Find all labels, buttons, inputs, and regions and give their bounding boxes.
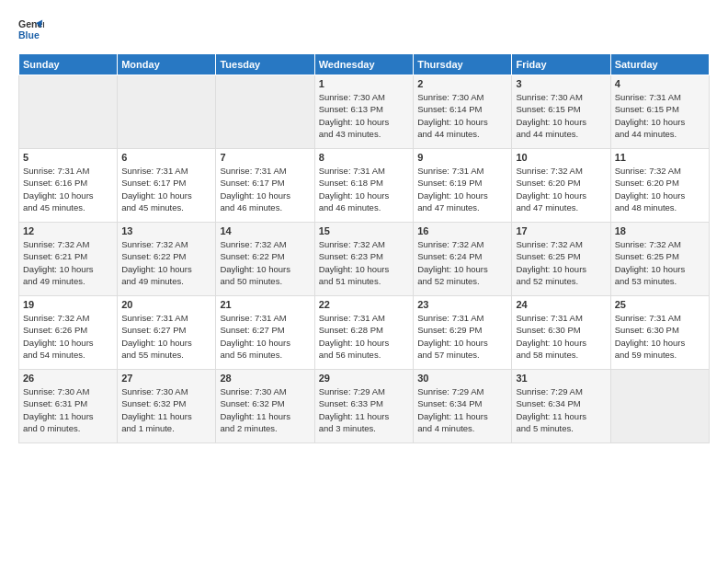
logo-icon: General Blue	[18, 17, 44, 42]
calendar-cell	[216, 75, 314, 149]
day-info: Sunrise: 7:31 AM Sunset: 6:19 PM Dayligh…	[417, 165, 507, 213]
day-info: Sunrise: 7:31 AM Sunset: 6:18 PM Dayligh…	[319, 165, 409, 213]
calendar-week-row: 26Sunrise: 7:30 AM Sunset: 6:31 PM Dayli…	[19, 370, 710, 443]
calendar-cell: 26Sunrise: 7:30 AM Sunset: 6:31 PM Dayli…	[19, 370, 118, 443]
calendar-cell: 11Sunrise: 7:32 AM Sunset: 6:20 PM Dayli…	[610, 149, 709, 223]
day-info: Sunrise: 7:31 AM Sunset: 6:15 PM Dayligh…	[615, 91, 705, 140]
day-number: 23	[417, 299, 507, 310]
calendar-cell	[19, 75, 118, 149]
day-number: 14	[220, 225, 310, 236]
day-info: Sunrise: 7:29 AM Sunset: 6:33 PM Dayligh…	[319, 385, 409, 434]
day-info: Sunrise: 7:30 AM Sunset: 6:15 PM Dayligh…	[516, 91, 606, 140]
calendar-cell: 25Sunrise: 7:31 AM Sunset: 6:30 PM Dayli…	[610, 296, 709, 370]
day-number: 29	[319, 373, 409, 384]
day-number: 12	[23, 225, 113, 236]
day-info: Sunrise: 7:31 AM Sunset: 6:30 PM Dayligh…	[615, 312, 705, 361]
calendar-cell: 22Sunrise: 7:31 AM Sunset: 6:28 PM Dayli…	[314, 296, 413, 370]
calendar-cell: 23Sunrise: 7:31 AM Sunset: 6:29 PM Dayli…	[414, 296, 512, 370]
day-number: 6	[121, 152, 211, 163]
day-info: Sunrise: 7:31 AM Sunset: 6:17 PM Dayligh…	[121, 165, 211, 213]
day-info: Sunrise: 7:30 AM Sunset: 6:31 PM Dayligh…	[23, 385, 113, 434]
day-number: 17	[516, 225, 606, 236]
weekday-header-monday: Monday	[118, 54, 216, 75]
day-number: 1	[319, 78, 409, 89]
day-number: 8	[319, 152, 409, 163]
weekday-header-saturday: Saturday	[610, 54, 709, 75]
day-number: 28	[220, 373, 310, 384]
day-number: 22	[319, 299, 409, 310]
weekday-header-sunday: Sunday	[19, 54, 118, 75]
day-number: 10	[516, 152, 606, 163]
day-number: 5	[23, 152, 113, 163]
day-number: 24	[516, 299, 606, 310]
calendar-cell: 20Sunrise: 7:31 AM Sunset: 6:27 PM Dayli…	[118, 296, 216, 370]
day-number: 4	[615, 78, 705, 89]
calendar-cell: 12Sunrise: 7:32 AM Sunset: 6:21 PM Dayli…	[19, 223, 118, 296]
day-info: Sunrise: 7:30 AM Sunset: 6:14 PM Dayligh…	[417, 91, 507, 140]
calendar-cell: 7Sunrise: 7:31 AM Sunset: 6:17 PM Daylig…	[216, 149, 314, 223]
day-number: 21	[220, 299, 310, 310]
day-number: 18	[615, 225, 705, 236]
day-info: Sunrise: 7:32 AM Sunset: 6:22 PM Dayligh…	[220, 238, 310, 287]
day-info: Sunrise: 7:31 AM Sunset: 6:27 PM Dayligh…	[220, 312, 310, 361]
calendar-cell: 15Sunrise: 7:32 AM Sunset: 6:23 PM Dayli…	[314, 223, 413, 296]
day-info: Sunrise: 7:32 AM Sunset: 6:21 PM Dayligh…	[23, 238, 113, 287]
calendar-cell: 24Sunrise: 7:31 AM Sunset: 6:30 PM Dayli…	[512, 296, 610, 370]
calendar-cell: 9Sunrise: 7:31 AM Sunset: 6:19 PM Daylig…	[414, 149, 512, 223]
calendar-week-row: 1Sunrise: 7:30 AM Sunset: 6:13 PM Daylig…	[19, 75, 710, 149]
day-info: Sunrise: 7:31 AM Sunset: 6:27 PM Dayligh…	[121, 312, 211, 361]
calendar-week-row: 5Sunrise: 7:31 AM Sunset: 6:16 PM Daylig…	[19, 149, 710, 223]
calendar-cell: 17Sunrise: 7:32 AM Sunset: 6:25 PM Dayli…	[512, 223, 610, 296]
day-info: Sunrise: 7:30 AM Sunset: 6:32 PM Dayligh…	[220, 385, 310, 434]
day-info: Sunrise: 7:30 AM Sunset: 6:13 PM Dayligh…	[319, 91, 409, 140]
weekday-header-tuesday: Tuesday	[216, 54, 314, 75]
day-number: 20	[121, 299, 211, 310]
day-number: 11	[615, 152, 705, 163]
day-info: Sunrise: 7:32 AM Sunset: 6:25 PM Dayligh…	[516, 238, 606, 287]
calendar-cell	[610, 370, 709, 443]
day-number: 30	[417, 373, 507, 384]
day-number: 3	[516, 78, 606, 89]
day-info: Sunrise: 7:29 AM Sunset: 6:34 PM Dayligh…	[516, 385, 606, 434]
calendar-table: SundayMondayTuesdayWednesdayThursdayFrid…	[18, 53, 710, 443]
calendar-week-row: 12Sunrise: 7:32 AM Sunset: 6:21 PM Dayli…	[19, 223, 710, 296]
calendar-cell: 21Sunrise: 7:31 AM Sunset: 6:27 PM Dayli…	[216, 296, 314, 370]
calendar-cell: 10Sunrise: 7:32 AM Sunset: 6:20 PM Dayli…	[512, 149, 610, 223]
day-info: Sunrise: 7:31 AM Sunset: 6:29 PM Dayligh…	[417, 312, 507, 361]
day-info: Sunrise: 7:32 AM Sunset: 6:24 PM Dayligh…	[417, 238, 507, 287]
day-info: Sunrise: 7:31 AM Sunset: 6:28 PM Dayligh…	[319, 312, 409, 361]
day-info: Sunrise: 7:32 AM Sunset: 6:23 PM Dayligh…	[319, 238, 409, 287]
day-number: 31	[516, 373, 606, 384]
day-number: 2	[417, 78, 507, 89]
day-number: 26	[23, 373, 113, 384]
logo: General Blue	[18, 17, 44, 42]
weekday-header-thursday: Thursday	[414, 54, 512, 75]
day-info: Sunrise: 7:30 AM Sunset: 6:32 PM Dayligh…	[121, 385, 211, 434]
day-number: 13	[121, 225, 211, 236]
calendar-cell	[118, 75, 216, 149]
calendar-cell: 8Sunrise: 7:31 AM Sunset: 6:18 PM Daylig…	[314, 149, 413, 223]
calendar-cell: 5Sunrise: 7:31 AM Sunset: 6:16 PM Daylig…	[19, 149, 118, 223]
calendar-cell: 6Sunrise: 7:31 AM Sunset: 6:17 PM Daylig…	[118, 149, 216, 223]
day-info: Sunrise: 7:31 AM Sunset: 6:17 PM Dayligh…	[220, 165, 310, 213]
day-info: Sunrise: 7:31 AM Sunset: 6:16 PM Dayligh…	[23, 165, 113, 213]
day-info: Sunrise: 7:31 AM Sunset: 6:30 PM Dayligh…	[516, 312, 606, 361]
calendar-container: General Blue SundayMondayTuesdayWednesda…	[0, 0, 728, 453]
day-number: 16	[417, 225, 507, 236]
calendar-cell: 14Sunrise: 7:32 AM Sunset: 6:22 PM Dayli…	[216, 223, 314, 296]
day-info: Sunrise: 7:32 AM Sunset: 6:25 PM Dayligh…	[615, 238, 705, 287]
day-info: Sunrise: 7:29 AM Sunset: 6:34 PM Dayligh…	[417, 385, 507, 434]
day-number: 9	[417, 152, 507, 163]
calendar-cell: 27Sunrise: 7:30 AM Sunset: 6:32 PM Dayli…	[118, 370, 216, 443]
svg-text:Blue: Blue	[18, 29, 40, 40]
calendar-cell: 4Sunrise: 7:31 AM Sunset: 6:15 PM Daylig…	[610, 75, 709, 149]
day-number: 15	[319, 225, 409, 236]
calendar-cell: 19Sunrise: 7:32 AM Sunset: 6:26 PM Dayli…	[19, 296, 118, 370]
calendar-cell: 31Sunrise: 7:29 AM Sunset: 6:34 PM Dayli…	[512, 370, 610, 443]
calendar-cell: 2Sunrise: 7:30 AM Sunset: 6:14 PM Daylig…	[414, 75, 512, 149]
day-number: 7	[220, 152, 310, 163]
weekday-header-wednesday: Wednesday	[314, 54, 413, 75]
day-info: Sunrise: 7:32 AM Sunset: 6:26 PM Dayligh…	[23, 312, 113, 361]
day-info: Sunrise: 7:32 AM Sunset: 6:20 PM Dayligh…	[516, 165, 606, 213]
weekday-header-row: SundayMondayTuesdayWednesdayThursdayFrid…	[19, 54, 710, 75]
